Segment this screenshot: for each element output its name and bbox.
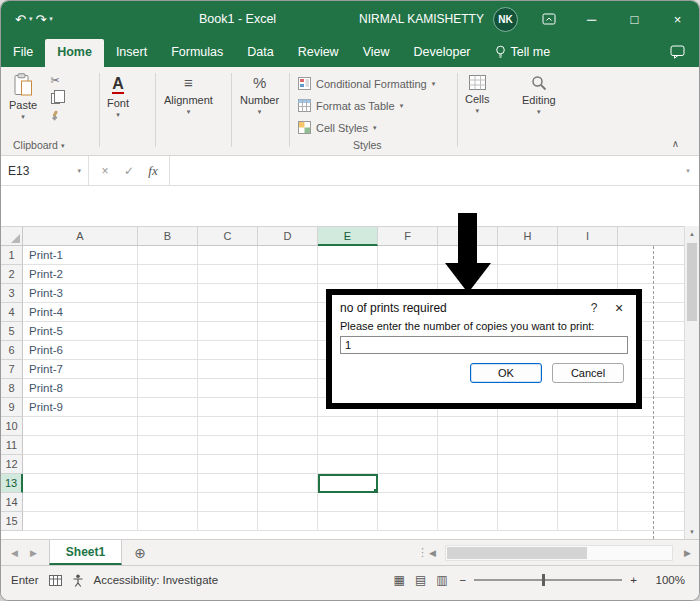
accessibility-status[interactable]: Accessibility: Investigate	[94, 574, 219, 586]
sheet-nav-left-icon[interactable]: ◀	[11, 548, 18, 558]
cell-E11[interactable]	[318, 436, 378, 455]
collapse-ribbon-icon[interactable]: ∧	[672, 138, 679, 149]
row-header-6[interactable]: 6	[1, 341, 23, 360]
cell-A11[interactable]	[23, 436, 138, 455]
cell-B6[interactable]	[138, 341, 198, 360]
zoom-slider[interactable]	[474, 579, 622, 581]
row-header-15[interactable]: 15	[1, 512, 23, 531]
ok-button[interactable]: OK	[470, 363, 542, 383]
cell-I11[interactable]	[558, 436, 618, 455]
zoom-in-icon[interactable]: +	[630, 574, 637, 586]
cell-I13[interactable]	[558, 474, 618, 493]
cell-I1[interactable]	[558, 246, 618, 265]
cell-A10[interactable]	[23, 417, 138, 436]
cell-styles-button[interactable]: Cell Styles ▾	[298, 121, 376, 134]
cell-F1[interactable]	[378, 246, 438, 265]
cell-I12[interactable]	[558, 455, 618, 474]
cell-D1[interactable]	[258, 246, 318, 265]
cell-D8[interactable]	[258, 379, 318, 398]
cell-B13[interactable]	[138, 474, 198, 493]
zoom-out-icon[interactable]: −	[460, 574, 467, 586]
hscroll-right-icon[interactable]: ▶	[684, 548, 691, 558]
cell-F14[interactable]	[378, 493, 438, 512]
accessibility-icon[interactable]	[72, 574, 84, 587]
qat-customize-icon[interactable]: ▾	[49, 15, 53, 23]
normal-view-icon[interactable]: ▦	[394, 573, 405, 587]
cell-C6[interactable]	[198, 341, 258, 360]
cell-G13[interactable]	[438, 474, 498, 493]
name-box-dropdown-icon[interactable]: ▾	[77, 167, 81, 175]
cell-C11[interactable]	[198, 436, 258, 455]
cell-E10[interactable]	[318, 417, 378, 436]
scroll-down-icon[interactable]: ▼	[685, 524, 699, 539]
paste-dropdown-icon[interactable]: ▾	[21, 114, 25, 119]
zoom-level[interactable]: 100%	[649, 574, 685, 586]
cell-D3[interactable]	[258, 284, 318, 303]
cell-D5[interactable]	[258, 322, 318, 341]
cell-A9[interactable]: Print-9	[23, 398, 138, 417]
expand-formula-bar-icon[interactable]: ▾	[677, 156, 699, 185]
cut-icon[interactable]: ✂	[50, 74, 59, 87]
cell-F10[interactable]	[378, 417, 438, 436]
tab-formulas[interactable]: Formulas	[159, 39, 235, 67]
ribbon-display-options-icon[interactable]	[527, 1, 570, 37]
cell-H2[interactable]	[498, 265, 558, 284]
cell-C4[interactable]	[198, 303, 258, 322]
confirm-entry-icon[interactable]: ✓	[117, 164, 141, 178]
cell-H10[interactable]	[498, 417, 558, 436]
cell-C13[interactable]	[198, 474, 258, 493]
copies-input[interactable]: 1	[340, 336, 628, 354]
cell-B7[interactable]	[138, 360, 198, 379]
undo-dropdown-icon[interactable]: ▾	[29, 15, 33, 23]
cell-A1[interactable]: Print-1	[23, 246, 138, 265]
copy-icon[interactable]	[51, 93, 60, 104]
undo-icon[interactable]: ↶	[15, 12, 26, 27]
row-header-11[interactable]: 11	[1, 436, 23, 455]
minimize-button[interactable]: ─	[570, 1, 613, 37]
cell-B4[interactable]	[138, 303, 198, 322]
row-header-8[interactable]: 8	[1, 379, 23, 398]
tab-insert[interactable]: Insert	[104, 39, 159, 67]
cell-I15[interactable]	[558, 512, 618, 531]
cell-I14[interactable]	[558, 493, 618, 512]
tab-tell-me[interactable]: Tell me	[483, 39, 563, 67]
column-header-B[interactable]: B	[138, 227, 198, 246]
cell-H12[interactable]	[498, 455, 558, 474]
cancel-button[interactable]: Cancel	[552, 363, 624, 383]
cell-A5[interactable]: Print-5	[23, 322, 138, 341]
cancel-entry-icon[interactable]: ×	[93, 164, 117, 178]
avatar[interactable]: NK	[493, 7, 518, 32]
clipboard-dialog-launcher-icon[interactable]: ▾	[61, 143, 65, 148]
add-sheet-icon[interactable]: ⊕	[134, 545, 146, 561]
cell-D7[interactable]	[258, 360, 318, 379]
column-header-I[interactable]: I	[558, 227, 618, 246]
row-header-2[interactable]: 2	[1, 265, 23, 284]
format-as-table-button[interactable]: Format as Table ▾	[298, 99, 403, 112]
column-header-H[interactable]: H	[498, 227, 558, 246]
tab-developer[interactable]: Developer	[402, 39, 483, 67]
cell-F12[interactable]	[378, 455, 438, 474]
row-header-9[interactable]: 9	[1, 398, 23, 417]
formula-input[interactable]	[170, 156, 677, 185]
row-header-12[interactable]: 12	[1, 455, 23, 474]
cell-F2[interactable]	[378, 265, 438, 284]
cell-A3[interactable]: Print-3	[23, 284, 138, 303]
format-painter-icon[interactable]	[49, 110, 61, 122]
editing-group-button[interactable]: Editing ▾	[522, 75, 556, 114]
page-layout-view-icon[interactable]: ▤	[415, 573, 426, 587]
cell-B2[interactable]	[138, 265, 198, 284]
sheet-nav-right-icon[interactable]: ▶	[30, 548, 37, 558]
cell-C5[interactable]	[198, 322, 258, 341]
row-header-3[interactable]: 3	[1, 284, 23, 303]
cell-H11[interactable]	[498, 436, 558, 455]
cell-A6[interactable]: Print-6	[23, 341, 138, 360]
page-break-view-icon[interactable]: ▥	[436, 573, 447, 587]
cell-C14[interactable]	[198, 493, 258, 512]
cell-A8[interactable]: Print-8	[23, 379, 138, 398]
conditional-formatting-button[interactable]: Conditional Formatting ▾	[298, 77, 435, 90]
row-header-14[interactable]: 14	[1, 493, 23, 512]
cell-E13[interactable]	[318, 474, 378, 493]
cell-G10[interactable]	[438, 417, 498, 436]
row-header-10[interactable]: 10	[1, 417, 23, 436]
cell-B9[interactable]	[138, 398, 198, 417]
